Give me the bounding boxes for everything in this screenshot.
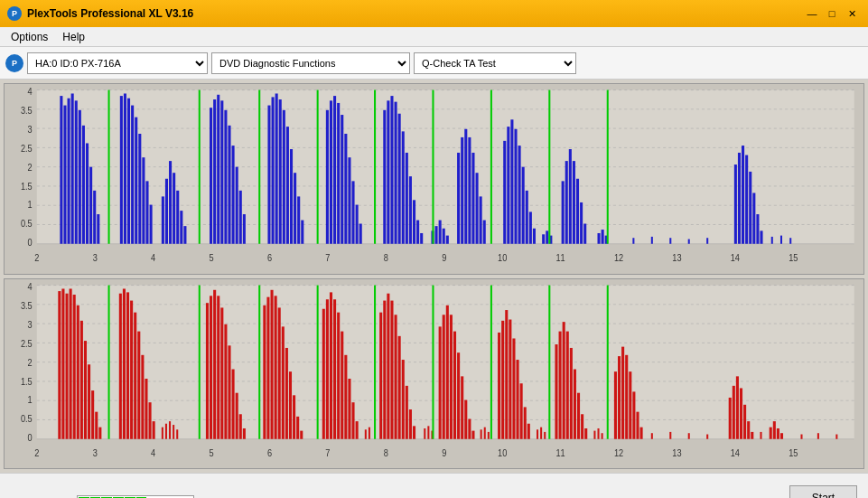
svg-text:10: 10 [498,446,507,458]
svg-rect-277 [443,315,445,438]
svg-rect-267 [398,335,401,438]
menu-options[interactable]: Options [4,29,55,45]
menu-help[interactable]: Help [55,29,92,45]
svg-rect-301 [544,431,546,438]
svg-rect-155 [749,172,751,244]
svg-rect-153 [742,146,744,244]
svg-rect-304 [559,331,562,438]
svg-rect-208 [108,285,110,438]
svg-rect-203 [84,341,87,439]
svg-rect-63 [210,108,212,244]
svg-rect-159 [771,237,773,244]
svg-rect-101 [402,131,405,243]
svg-rect-123 [507,127,509,244]
svg-text:2: 2 [34,251,39,263]
svg-rect-340 [800,434,802,438]
svg-rect-308 [574,369,576,438]
svg-rect-53 [145,181,148,243]
svg-rect-196 [58,291,61,439]
svg-rect-87 [333,96,336,244]
svg-text:2.5: 2.5 [21,336,33,348]
svg-text:1.5: 1.5 [21,374,33,386]
svg-rect-295 [517,360,519,439]
svg-rect-294 [512,338,515,438]
svg-rect-227 [213,289,216,438]
drive-icon: P [5,54,23,72]
svg-rect-265 [390,300,393,438]
svg-rect-225 [206,303,209,439]
svg-rect-243 [285,347,288,438]
svg-rect-42 [89,167,92,244]
svg-rect-242 [282,326,285,438]
svg-text:9: 9 [442,446,446,458]
svg-rect-220 [165,423,167,438]
svg-rect-81 [294,173,296,244]
svg-rect-61 [183,226,186,244]
svg-text:3.5: 3.5 [21,298,33,310]
maximize-button[interactable]: □ [823,5,841,22]
svg-rect-317 [618,356,621,439]
svg-rect-334 [751,431,753,438]
svg-rect-67 [224,110,227,244]
drive-select[interactable]: HA:0 ID:0 PX-716A [27,52,208,74]
svg-rect-143 [602,230,604,244]
svg-rect-289 [490,285,492,438]
svg-rect-258 [356,421,359,439]
svg-rect-319 [625,354,628,438]
svg-text:14: 14 [731,446,740,458]
svg-rect-314 [602,433,603,439]
svg-rect-282 [461,376,463,438]
svg-rect-206 [95,411,98,438]
svg-rect-45 [108,90,110,244]
function-select[interactable]: DVD Diagnostic Functions [211,52,410,74]
svg-rect-338 [777,428,779,438]
test-select[interactable]: Q-Check TA Test [414,52,576,74]
svg-rect-240 [275,296,277,438]
svg-rect-54 [150,205,153,244]
svg-rect-113 [457,153,460,244]
start-button[interactable]: Start [789,485,857,499]
svg-rect-55 [162,196,164,243]
svg-rect-149 [688,240,690,244]
svg-rect-249 [322,308,325,438]
jitter-row: Jitter: 4 [11,495,219,499]
svg-rect-82 [297,196,300,243]
title-bar-left: P PlexTools Professional XL V3.16 [7,6,193,21]
svg-rect-66 [220,100,223,243]
svg-rect-261 [374,285,376,438]
svg-text:6: 6 [267,251,272,263]
svg-rect-324 [651,433,653,439]
svg-rect-209 [119,293,122,438]
svg-rect-60 [180,211,182,244]
svg-rect-200 [73,295,76,439]
svg-rect-339 [780,433,783,439]
minimize-button[interactable]: — [803,5,821,22]
svg-rect-35 [63,106,66,244]
svg-text:11: 11 [555,446,565,458]
svg-rect-270 [409,409,412,439]
svg-text:15: 15 [789,446,798,458]
svg-rect-129 [529,211,532,243]
svg-rect-332 [743,404,746,438]
svg-rect-70 [236,167,238,244]
svg-rect-210 [123,288,126,438]
svg-rect-256 [348,378,350,438]
svg-text:13: 13 [672,446,681,458]
svg-rect-41 [86,143,89,243]
svg-rect-56 [165,179,168,244]
svg-rect-276 [439,326,442,438]
svg-rect-238 [266,296,269,438]
svg-rect-303 [555,344,557,439]
svg-rect-151 [734,164,737,244]
svg-rect-157 [756,214,759,244]
svg-rect-47 [124,93,126,243]
svg-rect-253 [337,312,340,438]
close-button[interactable]: ✕ [843,5,861,22]
svg-rect-271 [413,426,415,438]
svg-rect-122 [503,141,506,244]
svg-rect-247 [300,430,303,438]
svg-rect-259 [365,429,367,438]
svg-rect-223 [176,429,178,438]
svg-rect-99 [395,102,397,244]
svg-text:14: 14 [731,251,740,263]
